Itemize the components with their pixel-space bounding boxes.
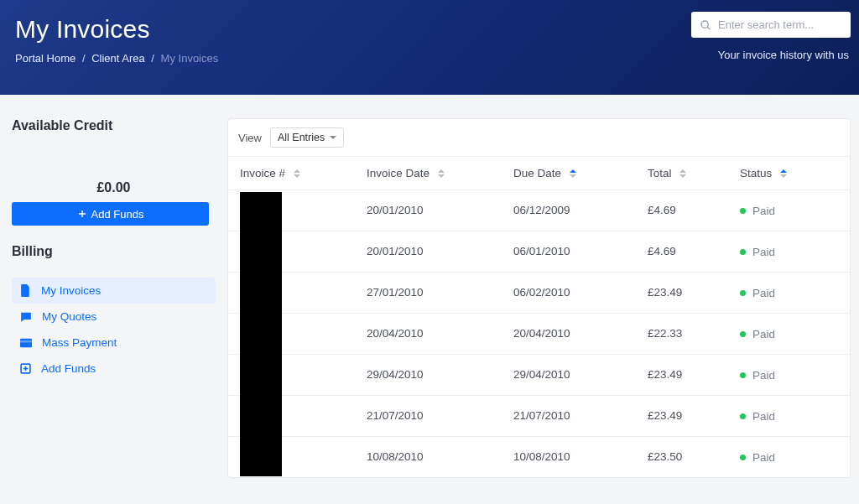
cell-due-date: 20/04/2010 [505, 313, 639, 354]
breadcrumb-sep: / [151, 52, 154, 65]
table-row[interactable]: 27/01/201006/02/2010£23.49Paid [228, 272, 850, 313]
column-status[interactable]: Status [731, 157, 850, 190]
header-subtitle: Your invoice history with us [718, 49, 849, 61]
cell-invoice-date: 20/04/2010 [358, 313, 505, 354]
status-dot-icon [740, 372, 746, 378]
cell-total: £4.69 [639, 190, 731, 231]
sidebar-item-mass-payment[interactable]: Mass Payment [12, 330, 216, 356]
sidebar-item-label: My Quotes [42, 310, 96, 323]
add-funds-button[interactable]: Add Funds [12, 202, 209, 226]
cell-status: Paid [731, 272, 850, 313]
cell-invoice-date: 29/04/2010 [358, 354, 505, 395]
table-row[interactable]: 20/04/201020/04/2010£22.33Paid [228, 313, 850, 354]
cell-invoice-date: 21/07/2010 [358, 395, 505, 436]
status-text: Paid [752, 451, 775, 464]
search-box[interactable] [691, 12, 851, 38]
table-row[interactable]: 10/08/201010/08/2010£23.50Paid [228, 436, 850, 476]
sort-icon [438, 169, 445, 178]
column-due-date[interactable]: Due Date [505, 157, 639, 190]
status-text: Paid [752, 328, 775, 340]
breadcrumb-sep: / [82, 52, 86, 65]
sidebar-item-add-funds[interactable]: Add Funds [12, 356, 216, 382]
sort-icon [780, 169, 787, 178]
redacted-invoice-numbers [240, 192, 282, 476]
billing-title: Billing [12, 244, 216, 259]
status-text: Paid [752, 369, 775, 382]
cell-status: Paid [731, 354, 850, 395]
plus-box-icon [20, 363, 31, 374]
column-invoice[interactable]: Invoice # [228, 157, 358, 190]
sidebar-item-label: Mass Payment [42, 336, 117, 349]
breadcrumb-current: My Invoices [161, 52, 219, 65]
svg-rect-5 [20, 340, 32, 342]
cell-total: £23.50 [639, 436, 731, 476]
view-label: View [238, 132, 262, 144]
table-row[interactable]: 29/04/201029/04/2010£23.49Paid [228, 354, 850, 395]
billing-nav: My Invoices My Quotes Mass Payment Add F… [12, 278, 216, 382]
sidebar-item-label: My Invoices [41, 284, 101, 297]
cell-status: Paid [731, 395, 850, 436]
status-dot-icon [740, 331, 746, 337]
sort-icon [294, 169, 300, 178]
cell-total: £4.69 [639, 231, 731, 272]
status-dot-icon [740, 249, 746, 255]
column-invoice-date[interactable]: Invoice Date [358, 157, 505, 190]
credit-title: Available Credit [12, 118, 216, 133]
cell-status: Paid [731, 313, 850, 354]
page-header: My Invoices Portal Home / Client Area / … [0, 0, 859, 95]
status-text: Paid [752, 205, 775, 217]
invoices-panel: View All Entries Invoice # [227, 118, 851, 478]
cell-due-date: 06/01/2010 [505, 231, 639, 272]
content: View All Entries Invoice # [227, 95, 859, 478]
cell-total: £23.49 [639, 272, 731, 313]
credit-card: Available Credit £0.00 Add Funds [12, 118, 216, 226]
credit-amount: £0.00 [12, 180, 216, 195]
svg-rect-4 [20, 338, 32, 347]
status-dot-icon [740, 413, 746, 419]
sidebar-item-my-quotes[interactable]: My Quotes [12, 304, 216, 330]
plus-icon [77, 209, 87, 219]
file-icon [20, 284, 31, 297]
cell-status: Paid [731, 190, 850, 231]
svg-point-0 [701, 21, 708, 28]
table-row[interactable]: 20/01/201006/01/2010£4.69Paid [228, 231, 850, 272]
status-text: Paid [752, 410, 775, 423]
svg-line-1 [707, 27, 710, 29]
card-icon [20, 338, 32, 348]
sidebar-item-label: Add Funds [41, 362, 96, 375]
cell-total: £23.49 [639, 395, 731, 436]
cell-status: Paid [731, 436, 850, 476]
status-dot-icon [740, 455, 746, 460]
sidebar-item-my-invoices[interactable]: My Invoices [12, 278, 216, 304]
column-total[interactable]: Total [639, 157, 731, 190]
cell-invoice-date: 20/01/2010 [358, 190, 505, 231]
cell-due-date: 06/02/2010 [505, 272, 639, 313]
sidebar: Available Credit £0.00 Add Funds Billing… [0, 95, 227, 478]
cell-total: £22.33 [639, 313, 731, 354]
invoices-table: Invoice # Invoice Date Due Date [228, 157, 850, 477]
cell-invoice-date: 27/01/2010 [358, 272, 505, 313]
cell-due-date: 06/12/2009 [505, 190, 639, 231]
cell-due-date: 21/07/2010 [505, 395, 639, 436]
panel-toolbar: View All Entries [228, 119, 850, 157]
cell-total: £23.49 [639, 354, 731, 395]
status-text: Paid [752, 246, 775, 258]
chevron-down-icon [330, 136, 336, 139]
cell-due-date: 10/08/2010 [505, 436, 639, 476]
breadcrumb-client-area[interactable]: Client Area [91, 52, 145, 65]
search-icon [700, 19, 711, 31]
filter-select[interactable]: All Entries [270, 127, 344, 148]
filter-value: All Entries [278, 132, 325, 143]
cell-due-date: 29/04/2010 [505, 354, 639, 395]
search-input[interactable] [718, 18, 842, 31]
billing-card: Billing My Invoices My Quotes Mass Payme… [12, 244, 216, 382]
cell-status: Paid [731, 231, 850, 272]
add-funds-label: Add Funds [91, 208, 144, 221]
status-dot-icon [740, 208, 746, 214]
sort-icon [679, 169, 686, 178]
sort-icon [570, 169, 576, 178]
table-row[interactable]: 21/07/201021/07/2010£23.49Paid [228, 395, 850, 436]
status-text: Paid [752, 287, 775, 299]
table-row[interactable]: 20/01/201006/12/2009£4.69Paid [228, 190, 850, 231]
breadcrumb-home[interactable]: Portal Home [15, 52, 75, 65]
